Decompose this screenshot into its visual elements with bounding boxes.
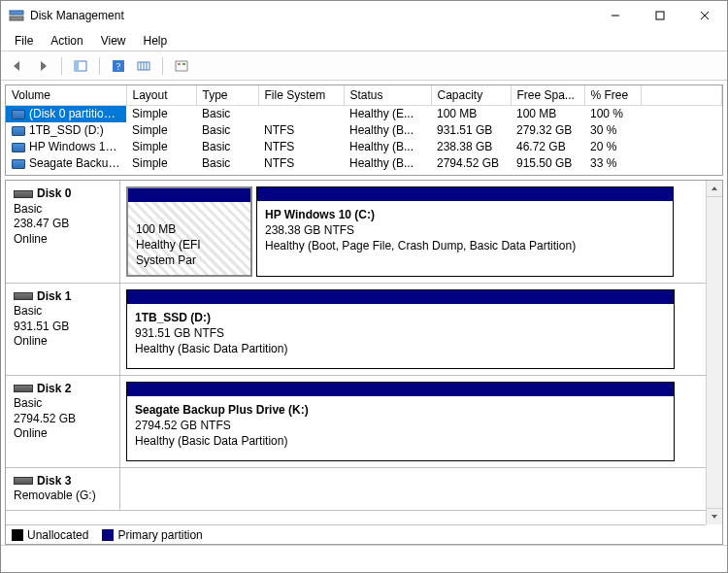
volume-table-header[interactable]: Volume Layout Type File System Status Ca…	[6, 85, 722, 106]
disk-info[interactable]: Disk 1Basic931.51 GBOnline	[6, 284, 120, 375]
volume-cell: Simple	[126, 122, 196, 139]
svg-rect-0	[10, 11, 23, 15]
volume-cell: 931.51 GB	[431, 122, 511, 139]
disk-type: Basic	[14, 202, 112, 218]
partition-header	[127, 383, 674, 396]
disk-name: Disk 2	[37, 382, 71, 395]
volume-cell	[641, 106, 722, 122]
volume-icon	[12, 110, 25, 119]
disk-row: Disk 2Basic2794.52 GBOnlineSeagate Backu…	[6, 376, 706, 468]
volume-name: 1TB_SSD (D:)	[29, 123, 104, 137]
svg-text:?: ?	[116, 61, 121, 72]
col-pct[interactable]: % Free	[584, 85, 641, 106]
col-layout[interactable]: Layout	[126, 85, 196, 106]
help-button[interactable]: ?	[108, 55, 129, 77]
scroll-down-button[interactable]	[707, 508, 722, 524]
disk-icon	[14, 190, 33, 198]
partition[interactable]: Seagate Backup Plus Drive (K:)2794.52 GB…	[126, 382, 675, 461]
disk-name: Disk 3	[37, 474, 71, 488]
partition[interactable]: HP Windows 10 (C:)238.38 GB NTFSHealthy …	[256, 186, 674, 277]
menu-view[interactable]: View	[93, 32, 134, 50]
menu-bar: File Action View Help	[1, 30, 727, 51]
toolbar-separator	[162, 57, 163, 75]
disk-status: Online	[14, 426, 112, 442]
volume-cell: Simple	[126, 155, 196, 172]
back-button[interactable]	[7, 55, 28, 77]
col-extra[interactable]	[641, 85, 722, 106]
volume-row[interactable]: HP Windows 10 (C:)SimpleBasicNTFSHealthy…	[6, 139, 722, 155]
disk-type: Basic	[14, 396, 112, 412]
volume-cell: (Disk 0 partition 1)	[6, 106, 126, 122]
disk-row: Disk 3Removable (G:)	[6, 468, 706, 511]
partition-size: 2794.52 GB NTFS	[135, 418, 666, 433]
menu-file[interactable]: File	[7, 32, 41, 50]
partition-status: Healthy (Boot, Page File, Crash Dump, Ba…	[265, 238, 665, 253]
volume-icon	[12, 143, 25, 152]
col-filesystem[interactable]: File System	[258, 85, 344, 106]
volume-cell: Seagate Backup Pl...	[6, 155, 126, 172]
app-icon	[9, 8, 24, 23]
volume-icon	[12, 126, 25, 136]
volume-cell: Basic	[196, 155, 258, 172]
volume-row[interactable]: Seagate Backup Pl...SimpleBasicNTFSHealt…	[6, 155, 722, 172]
volume-cell: Simple	[126, 106, 196, 122]
svg-rect-16	[182, 63, 185, 65]
disk-name: Disk 1	[37, 289, 71, 303]
disk-status: Online	[14, 232, 112, 248]
volume-cell: 100 %	[584, 106, 641, 122]
svg-rect-7	[75, 61, 79, 71]
partition[interactable]: 100 MBHealthy (EFI System Par	[126, 186, 252, 277]
disk-row: Disk 1Basic931.51 GBOnline1TB_SSD (D:)93…	[6, 284, 706, 376]
volume-cell	[641, 155, 722, 172]
status-strip	[1, 545, 727, 566]
show-hide-console-tree-button[interactable]	[70, 55, 91, 77]
volume-cell: NTFS	[258, 139, 344, 155]
svg-rect-15	[178, 63, 181, 65]
scroll-up-button[interactable]	[707, 181, 722, 197]
refresh-button[interactable]	[133, 55, 154, 77]
volume-table[interactable]: Volume Layout Type File System Status Ca…	[6, 85, 722, 172]
maximize-button[interactable]	[638, 1, 682, 30]
forward-button[interactable]	[32, 55, 53, 77]
window-titlebar: Disk Management	[1, 1, 727, 30]
volume-cell: 20 %	[584, 139, 641, 155]
close-button[interactable]	[682, 1, 727, 30]
vertical-scrollbar[interactable]	[706, 181, 722, 524]
svg-rect-14	[176, 61, 187, 71]
minimize-button[interactable]	[593, 1, 638, 30]
legend-unallocated-swatch	[12, 529, 23, 541]
partition-size: 238.38 GB NTFS	[265, 222, 665, 238]
volume-cell: Healthy (B...	[344, 139, 431, 155]
col-free[interactable]: Free Spa...	[511, 85, 584, 106]
volume-cell: 100 MB	[431, 106, 511, 122]
legend-primary-label: Primary partition	[117, 528, 202, 542]
volume-cell	[641, 139, 722, 155]
legend-primary-swatch	[102, 529, 114, 541]
col-volume[interactable]: Volume	[6, 85, 126, 106]
disk-info[interactable]: Disk 3Removable (G:)	[6, 468, 120, 510]
partition-size: 931.51 GB NTFS	[135, 325, 666, 341]
partition-body: Seagate Backup Plus Drive (K:)2794.52 GB…	[127, 396, 674, 460]
volume-row[interactable]: (Disk 0 partition 1)SimpleBasicHealthy (…	[6, 106, 722, 122]
volume-cell: 33 %	[584, 155, 641, 172]
disk-info[interactable]: Disk 2Basic2794.52 GBOnline	[6, 376, 120, 467]
disk-info[interactable]: Disk 0Basic238.47 GBOnline	[6, 181, 120, 283]
partition-body: 1TB_SSD (D:)931.51 GB NTFSHealthy (Basic…	[127, 304, 674, 368]
partition[interactable]: 1TB_SSD (D:)931.51 GB NTFSHealthy (Basic…	[126, 289, 675, 369]
col-status[interactable]: Status	[344, 85, 431, 106]
volume-cell: HP Windows 10 (C:)	[6, 139, 126, 155]
volume-cell: 46.72 GB	[511, 139, 584, 155]
partition-status: Healthy (Basic Data Partition)	[135, 341, 666, 356]
col-type[interactable]: Type	[196, 85, 258, 106]
menu-help[interactable]: Help	[136, 32, 176, 50]
menu-action[interactable]: Action	[43, 32, 90, 50]
col-capacity[interactable]: Capacity	[431, 85, 511, 106]
settings-button[interactable]	[171, 55, 192, 77]
volume-row[interactable]: 1TB_SSD (D:)SimpleBasicNTFSHealthy (B...…	[6, 122, 722, 139]
volume-cell: 279.32 GB	[511, 122, 584, 139]
volume-list-pane: Volume Layout Type File System Status Ca…	[5, 84, 723, 176]
partition-body: 100 MBHealthy (EFI System Par	[128, 202, 250, 275]
partition-header	[128, 188, 250, 202]
svg-rect-1	[10, 17, 23, 20]
volume-cell: 100 MB	[511, 106, 584, 122]
